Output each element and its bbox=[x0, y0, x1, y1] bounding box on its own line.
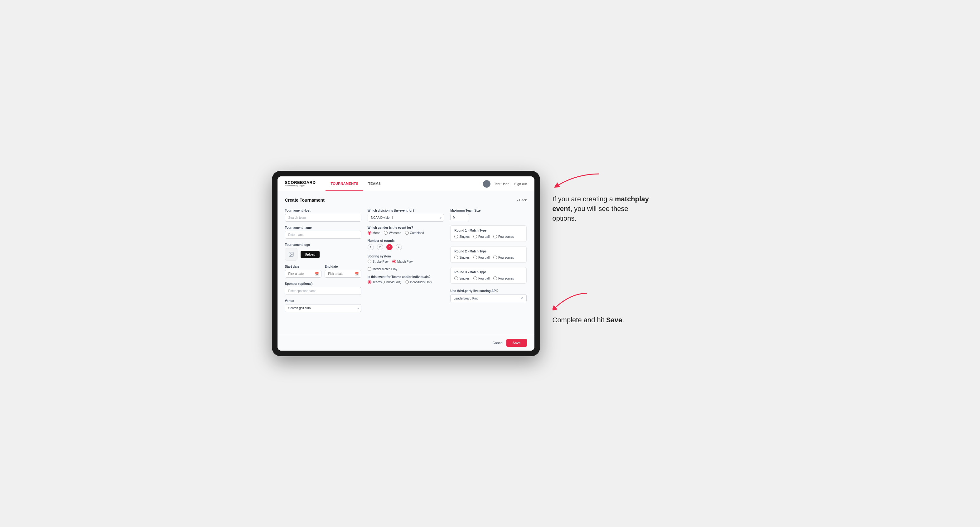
round2-singles[interactable]: Singles bbox=[454, 256, 469, 259]
scoring-medal-match-play[interactable]: Medal Match Play bbox=[368, 267, 397, 271]
teams-radio-individuals[interactable] bbox=[405, 280, 409, 284]
gender-option-mens[interactable]: Mens bbox=[368, 231, 380, 235]
round1-radio-foursomes[interactable] bbox=[493, 235, 497, 238]
round3-fourball[interactable]: Fourball bbox=[473, 276, 490, 280]
round-3-button[interactable]: 3 bbox=[386, 244, 393, 250]
user-label: Test User | bbox=[494, 182, 511, 186]
round3-foursomes[interactable]: Foursomes bbox=[493, 276, 514, 280]
round2-radio-foursomes[interactable] bbox=[493, 256, 497, 259]
division-label: Which division is the event for? bbox=[368, 209, 444, 212]
end-date-wrap: 📅 bbox=[325, 270, 361, 278]
date-row: Start date 📅 End date 📅 bbox=[285, 265, 361, 278]
start-date-field: Start date 📅 bbox=[285, 265, 322, 278]
tournament-name-input[interactable] bbox=[285, 231, 361, 239]
venue-select[interactable]: Search golf club bbox=[285, 304, 361, 312]
venue-label: Venue bbox=[285, 299, 361, 303]
save-button[interactable]: Save bbox=[506, 339, 527, 347]
round2-fourball[interactable]: Fourball bbox=[473, 256, 490, 259]
logo-area: SCOREBOARD Powered by clippit bbox=[285, 181, 316, 187]
scoring-label-stroke: Stroke Play bbox=[372, 260, 388, 264]
teams-radio-teams[interactable] bbox=[368, 280, 371, 284]
venue-field: Venue Search golf club ▾ bbox=[285, 299, 361, 312]
nav-link-tournaments[interactable]: TOURNAMENTS bbox=[326, 176, 363, 191]
scoring-radio-stroke[interactable] bbox=[368, 260, 371, 264]
logo-upload-area: Upload bbox=[285, 248, 361, 260]
annotation-top-text: If you are creating a matchplay event, y… bbox=[552, 194, 652, 223]
round2-foursomes[interactable]: Foursomes bbox=[493, 256, 514, 259]
gender-radio-combined[interactable] bbox=[405, 231, 409, 235]
division-field: Which division is the event for? NCAA Di… bbox=[368, 209, 444, 222]
round1-fourball[interactable]: Fourball bbox=[473, 235, 490, 238]
division-select[interactable]: NCAA Division I NCAA Division II NCAA Di… bbox=[368, 214, 444, 222]
round3-radio-fourball[interactable] bbox=[473, 276, 477, 280]
teams-label-teams: Teams (+Individuals) bbox=[372, 281, 401, 284]
round2-radio-singles[interactable] bbox=[454, 256, 458, 259]
nav-link-teams[interactable]: TEAMS bbox=[363, 176, 386, 191]
round2-title: Round 2 - Match Type bbox=[454, 250, 523, 253]
gender-radio-womens[interactable] bbox=[384, 231, 388, 235]
sponsor-input[interactable] bbox=[285, 287, 361, 295]
division-select-wrap: NCAA Division I NCAA Division II NCAA Di… bbox=[368, 214, 444, 222]
nav-right: Test User | Sign out bbox=[483, 180, 527, 187]
logo-sub: Powered by clippit bbox=[285, 184, 316, 187]
scoring-label-medal: Medal Match Play bbox=[372, 267, 397, 271]
round3-radio-singles[interactable] bbox=[454, 276, 458, 280]
annotation-top: If you are creating a matchplay event, y… bbox=[552, 171, 652, 223]
teams-field: Is this event for Teams and/or Individua… bbox=[368, 275, 444, 284]
page-title: Create Tournament bbox=[285, 198, 325, 203]
tournament-logo-field: Tournament logo Upload bbox=[285, 243, 361, 260]
gender-option-womens[interactable]: Womens bbox=[384, 231, 401, 235]
teams-option-teams[interactable]: Teams (+Individuals) bbox=[368, 280, 401, 284]
gender-label-womens: Womens bbox=[389, 231, 401, 235]
tournament-name-label: Tournament name bbox=[285, 226, 361, 229]
bottom-bar: Cancel Save bbox=[277, 335, 535, 351]
scoring-stroke-play[interactable]: Stroke Play bbox=[368, 260, 388, 264]
page-header: Create Tournament ‹ Back bbox=[285, 198, 527, 203]
round2-radio-group: Singles Fourball Foursomes bbox=[454, 256, 523, 259]
logo-placeholder bbox=[285, 248, 298, 260]
annotation-bottom: Complete and hit Save. bbox=[552, 292, 652, 325]
gender-option-combined[interactable]: Combined bbox=[405, 231, 424, 235]
tournament-host-input[interactable] bbox=[285, 214, 361, 222]
round-2-button[interactable]: 2 bbox=[377, 244, 383, 250]
rounds-group: 1 2 3 4 bbox=[368, 244, 444, 250]
round3-singles[interactable]: Singles bbox=[454, 276, 469, 280]
scoring-radio-medal[interactable] bbox=[368, 267, 371, 271]
round1-foursomes[interactable]: Foursomes bbox=[493, 235, 514, 238]
round1-singles[interactable]: Singles bbox=[454, 235, 469, 238]
calendar-icon-end: 📅 bbox=[355, 272, 359, 276]
round3-radio-foursomes[interactable] bbox=[493, 276, 497, 280]
arrow-bottom-icon bbox=[552, 292, 590, 310]
upload-button[interactable]: Upload bbox=[301, 251, 320, 258]
middle-column: Which division is the event for? NCAA Di… bbox=[368, 209, 444, 284]
round-1-button[interactable]: 1 bbox=[368, 244, 374, 250]
round3-label-foursomes: Foursomes bbox=[498, 277, 514, 280]
scoring-field: Scoring system Stroke Play Match Play bbox=[368, 255, 444, 271]
gender-label-mens: Mens bbox=[372, 231, 380, 235]
annotation-bottom-text: Complete and hit Save. bbox=[552, 315, 652, 325]
scoring-match-play[interactable]: Match Play bbox=[392, 260, 412, 264]
sign-out-link[interactable]: Sign out bbox=[514, 182, 527, 186]
sponsor-label: Sponsor (optional) bbox=[285, 282, 361, 286]
gender-radio-mens[interactable] bbox=[368, 231, 371, 235]
scoring-label: Scoring system bbox=[368, 255, 444, 258]
teams-radio-group: Teams (+Individuals) Individuals Only bbox=[368, 280, 444, 284]
round1-radio-fourball[interactable] bbox=[473, 235, 477, 238]
scoring-radio-match[interactable] bbox=[392, 260, 396, 264]
gender-label-combined: Combined bbox=[410, 231, 424, 235]
tablet-device: SCOREBOARD Powered by clippit TOURNAMENT… bbox=[272, 171, 540, 356]
main-content: Create Tournament ‹ Back Tournament Host… bbox=[277, 191, 535, 335]
gender-field: Which gender is the event for? Mens Wome… bbox=[368, 226, 444, 235]
teams-option-individuals[interactable]: Individuals Only bbox=[405, 280, 432, 284]
round2-radio-fourball[interactable] bbox=[473, 256, 477, 259]
round2-label-singles: Singles bbox=[459, 256, 469, 259]
cancel-button[interactable]: Cancel bbox=[493, 339, 503, 347]
round2-label-foursomes: Foursomes bbox=[498, 256, 514, 259]
max-team-size-input[interactable] bbox=[450, 214, 469, 221]
back-button[interactable]: ‹ Back bbox=[517, 198, 527, 202]
calendar-icon-start: 📅 bbox=[315, 272, 319, 276]
api-remove-icon[interactable]: ✕ bbox=[520, 296, 523, 300]
round1-radio-singles[interactable] bbox=[454, 235, 458, 238]
round1-title: Round 1 - Match Type bbox=[454, 229, 523, 232]
round-4-button[interactable]: 4 bbox=[396, 244, 402, 250]
